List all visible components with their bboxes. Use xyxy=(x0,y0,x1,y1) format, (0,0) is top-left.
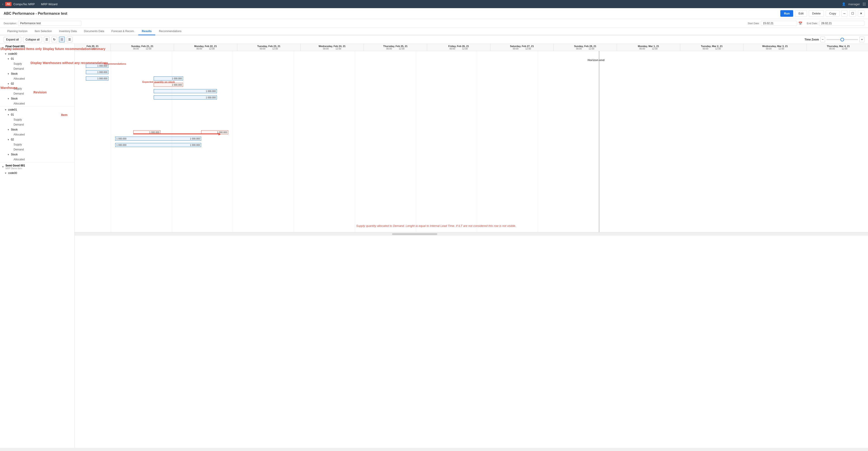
tree-item-c01-stock2[interactable]: ▼ Stock xyxy=(0,152,74,157)
time-zoom-label: Time Zoom xyxy=(805,38,819,41)
bar-value-2: 1 000.000 xyxy=(97,71,107,74)
tree-label-c00-02-supply: Supply xyxy=(13,87,72,90)
start-date-input[interactable] xyxy=(761,21,797,26)
chevron-down-icon: ▼ xyxy=(4,109,7,111)
bar-recommend-1: 1 000.000 xyxy=(154,77,183,81)
tab-documents-data[interactable]: Documents Data xyxy=(81,28,108,35)
settings-icon-button[interactable]: ☰ xyxy=(67,37,72,42)
col-header-feb23: Tuesday, Feb 23, 21 00:00 12:00 xyxy=(237,44,301,51)
spacer-icon xyxy=(10,63,13,65)
tree-item-c00-02-supply[interactable]: Supply xyxy=(0,86,74,91)
edit-button[interactable]: Edit xyxy=(795,10,807,17)
spacer-icon xyxy=(10,87,13,90)
col-header-mar1: Monday, Mar 1, 21 00:00 12:00 xyxy=(617,44,680,51)
zoom-in-button[interactable]: + xyxy=(860,37,864,42)
user-icon: 👤 xyxy=(842,2,846,6)
tree-item-c00-stock[interactable]: ▼ Stock xyxy=(0,71,74,76)
start-date-label: Start Date: xyxy=(748,22,760,25)
tab-recommendations[interactable]: Recommendations xyxy=(155,28,185,35)
gantt-header: Feb 20, 21 12:00 Sunday, Feb 21, 21 00:0… xyxy=(74,44,868,51)
horizontal-scrollbar[interactable] xyxy=(74,232,868,236)
bar-expected-right-value: 1 000.000 xyxy=(172,84,182,86)
end-date-input[interactable] xyxy=(819,21,864,26)
tree-item-c00-02[interactable]: ▼ 02 xyxy=(0,81,74,86)
zoom-slider[interactable] xyxy=(827,37,858,42)
calendar-icon-start[interactable]: 📅 xyxy=(798,22,802,25)
tab-inventory-data[interactable]: Inventory Data xyxy=(55,28,80,35)
bar-c01-supply-value-2: 1 000.000 xyxy=(217,131,227,134)
tree-item-fg001[interactable]: ▼ Final Good 001 MRP Demo Item xyxy=(0,44,74,51)
tree-sublabel-sg001: MRP Demo Item xyxy=(5,167,25,170)
chevron-down-icon: ▼ xyxy=(7,153,10,156)
expand-all-button[interactable]: Expand all xyxy=(4,37,21,42)
spacer-icon xyxy=(10,123,13,126)
tab-forecast[interactable]: Forecast & Recom. xyxy=(108,28,138,35)
delete-button[interactable]: Delete xyxy=(809,10,824,17)
tree-item-c00-allocated[interactable]: Allocated xyxy=(0,76,74,81)
tree-item-sg001[interactable]: ▼ Semi Good 001 MRP Demo Item xyxy=(0,163,74,171)
bar-c01-supply-value-1: 1 000.000 xyxy=(149,131,159,134)
tree-label-c00-02: 02 xyxy=(11,82,72,85)
tree-item-c00-stock2[interactable]: ▼ Stock xyxy=(0,96,74,101)
tree-item-c00-01-supply[interactable]: Supply xyxy=(0,61,74,66)
tree-label-c00-stock2: Stock xyxy=(11,97,72,100)
tree-item-c01-02-demand[interactable]: Demand xyxy=(0,147,74,152)
horizon-line xyxy=(599,51,599,232)
list-icon-button[interactable]: ☷ xyxy=(59,37,65,42)
tree-item-c01-01-demand[interactable]: Demand xyxy=(0,122,74,127)
tree-item-c00-allocated2[interactable]: Allocated xyxy=(0,101,74,106)
app-name: CompuTec MRP xyxy=(13,2,35,6)
tree-item-code01[interactable]: ▼ code01 xyxy=(0,107,74,112)
tab-planning-horizon[interactable]: Planning horizon xyxy=(4,28,31,35)
tree-label-sg001: Semi Good 001 xyxy=(5,164,25,167)
chevron-down-icon: ▼ xyxy=(2,166,4,168)
chevron-down-icon: ▼ xyxy=(2,46,4,49)
back-arrow-icon[interactable]: ‹ xyxy=(2,2,3,6)
tree-item-c01-stock[interactable]: ▼ Stock xyxy=(0,127,74,132)
bar-c00-supply-2: 1 000.000 xyxy=(86,70,108,74)
tree-label-c00-stock: Stock xyxy=(11,72,72,75)
description-input[interactable] xyxy=(18,21,81,26)
tree-label-c01-01-demand: Demand xyxy=(13,123,72,126)
tree-item-c01-allocated[interactable]: Allocated xyxy=(0,132,74,137)
tree-item-c00-02-demand[interactable]: Demand xyxy=(0,91,74,96)
toolbar-row: Expand all Collapse all ☰ ↻ ☷ ☰ Time Zoo… xyxy=(0,35,868,44)
bar-value-3: 1 000.000 xyxy=(97,77,107,80)
scrollbar-thumb[interactable] xyxy=(392,233,437,235)
tab-results[interactable]: Results xyxy=(138,28,155,35)
chevron-down-icon: ▼ xyxy=(7,129,10,131)
chevron-down-icon: ▼ xyxy=(7,73,10,75)
tree-item-c00-01-demand[interactable]: Demand xyxy=(0,66,74,71)
col-header-feb24: Wednesday, Feb 24, 21 00:00 12:00 xyxy=(301,44,364,51)
run-button[interactable]: Run xyxy=(780,10,793,17)
chevron-down-icon: ▼ xyxy=(7,97,10,100)
refresh-icon-button[interactable]: ↻ xyxy=(52,37,57,42)
tab-item-selection[interactable]: Item Selection xyxy=(31,28,55,35)
zoom-out-button[interactable]: − xyxy=(820,37,825,42)
copy-button[interactable]: Copy xyxy=(826,10,839,17)
app-logo: AE xyxy=(5,2,12,6)
tree-item-c01-02-supply[interactable]: Supply xyxy=(0,142,74,147)
tree-item-c00-01[interactable]: ▼ 01 xyxy=(0,56,74,61)
zoom-knob[interactable] xyxy=(840,38,844,41)
collapse-all-button[interactable]: Collapse all xyxy=(23,37,42,42)
chevron-down-icon: ▼ xyxy=(7,138,10,141)
expand-button[interactable]: ☐ xyxy=(849,10,856,17)
bottom-note: Supply quantity allocated to Demand. Len… xyxy=(74,224,798,228)
grid-icon[interactable]: ☷ xyxy=(863,2,866,6)
tree-label-c01-stock2: Stock xyxy=(11,153,72,156)
tree-item-c01-02[interactable]: ▼ 02 xyxy=(0,137,74,142)
gantt-panel[interactable]: Feb 20, 21 12:00 Sunday, Feb 21, 21 00:0… xyxy=(74,44,868,448)
tree-item-c01-allocated2[interactable]: Allocated xyxy=(0,157,74,162)
tree-label-c01-allocated2: Allocated xyxy=(13,158,72,161)
tree-item-c01-01-supply[interactable]: Supply xyxy=(0,117,74,122)
tree-label-c00-02-demand: Demand xyxy=(13,92,72,95)
filter-icon-button[interactable]: ☰ xyxy=(44,37,50,42)
minimize-button[interactable]: ─ xyxy=(841,10,847,17)
close-button[interactable]: ✕ xyxy=(858,10,864,17)
chevron-down-icon: ▼ xyxy=(4,172,7,174)
tree-item-c01-01[interactable]: ▼ 01 xyxy=(0,112,74,117)
tree-item-sg-code00[interactable]: ▼ code00 xyxy=(0,171,74,175)
grid-background xyxy=(74,51,798,232)
tree-item-code00[interactable]: ▼ code00 xyxy=(0,51,74,56)
